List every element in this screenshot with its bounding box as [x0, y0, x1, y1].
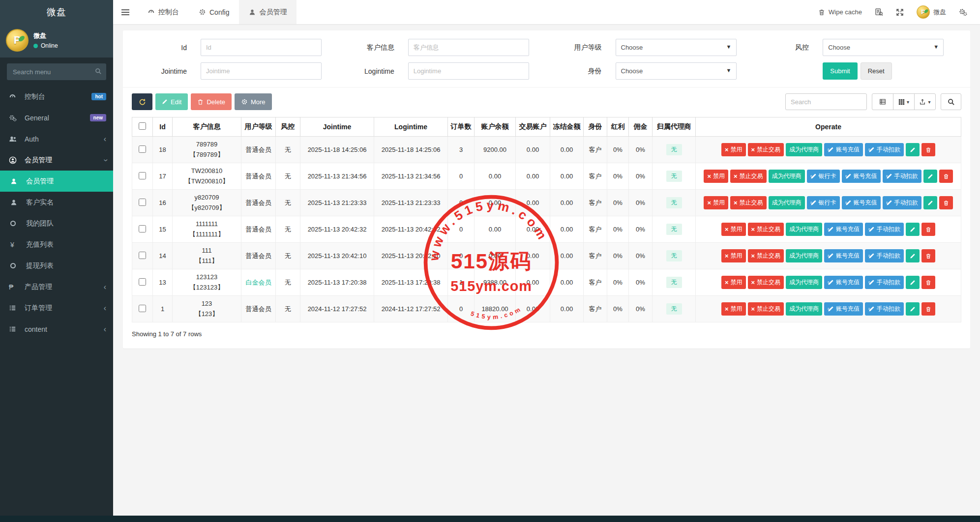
op-deduct-button[interactable]: 手动扣款 [865, 302, 904, 316]
op-edit-button[interactable] [906, 302, 920, 316]
sidebar-item-my-team[interactable]: 我的团队 [0, 213, 113, 234]
op-delete-button[interactable] [939, 196, 953, 209]
reset-button[interactable]: Reset [861, 62, 892, 80]
op-ban-trade-button[interactable]: ×禁止交易 [748, 143, 784, 156]
op-recharge-button[interactable]: 账号充值 [824, 223, 863, 236]
op-recharge-button[interactable]: 账号充值 [824, 249, 863, 262]
sidebar-item-auth[interactable]: Auth‹ [0, 128, 113, 149]
op-delete-button[interactable] [921, 143, 935, 156]
user-menu[interactable]: P 微盘 [917, 5, 946, 19]
edit-button[interactable]: Edit [155, 93, 188, 110]
customer-info-input[interactable] [408, 39, 529, 56]
more-button[interactable]: More [235, 93, 272, 110]
sidebar-item-orders[interactable]: 订单管理‹ [0, 297, 113, 319]
row-checkbox[interactable] [139, 172, 146, 179]
refresh-button[interactable] [132, 93, 152, 110]
op-deduct-button[interactable]: 手动扣款 [883, 196, 921, 209]
op-disable-button[interactable]: ×禁用 [721, 249, 746, 262]
row-checkbox[interactable] [139, 278, 146, 286]
sidebar-search-input[interactable] [7, 63, 106, 80]
op-disable-button[interactable]: ×禁用 [721, 143, 746, 156]
user-level-select[interactable]: Choose [616, 39, 737, 56]
op-deduct-button[interactable]: 手动扣款 [883, 170, 921, 183]
op-recharge-button[interactable]: 账号充值 [842, 196, 881, 209]
op-ban-trade-button[interactable]: ×禁止交易 [748, 276, 784, 289]
select-all-checkbox[interactable] [139, 122, 146, 130]
op-become-agent-button[interactable]: 成为代理商 [769, 196, 805, 209]
pagination-toggle-button[interactable] [872, 93, 893, 110]
sidebar-item-customer-verify[interactable]: 客户实名 [0, 192, 113, 213]
wipe-cache-button[interactable]: Wipe cache [818, 8, 862, 16]
sidebar-item-content[interactable]: content‹ [0, 319, 113, 340]
op-recharge-button[interactable]: 账号充值 [824, 302, 863, 316]
table-search-input[interactable] [785, 93, 867, 110]
row-checkbox[interactable] [139, 199, 146, 206]
op-deduct-button[interactable]: 手动扣款 [865, 249, 904, 262]
op-disable-button[interactable]: ×禁用 [704, 170, 728, 183]
row-checkbox[interactable] [139, 252, 146, 259]
op-ban-trade-button[interactable]: ×禁止交易 [730, 196, 767, 209]
op-recharge-button[interactable]: 账号充值 [842, 170, 881, 183]
sidebar-item-member-list[interactable]: 会员管理 [0, 171, 113, 192]
op-recharge-button[interactable]: 账号充值 [824, 143, 863, 156]
op-edit-button[interactable] [923, 196, 937, 209]
submit-button[interactable]: Submit [823, 62, 857, 80]
row-checkbox[interactable] [139, 305, 146, 312]
delete-button[interactable]: Delete [191, 93, 232, 110]
op-deduct-button[interactable]: 手动扣款 [865, 223, 904, 236]
op-become-agent-button[interactable]: 成为代理商 [786, 249, 822, 262]
tab-config[interactable]: Config [189, 0, 239, 24]
fullscreen-icon[interactable] [896, 8, 904, 16]
op-disable-button[interactable]: ×禁用 [721, 276, 746, 289]
tab-member[interactable]: 会员管理 [239, 0, 297, 24]
op-edit-button[interactable] [906, 276, 920, 289]
columns-toggle-button[interactable]: ▾ [893, 93, 915, 110]
op-disable-button[interactable]: ×禁用 [721, 302, 746, 316]
op-ban-trade-button[interactable]: ×禁止交易 [748, 223, 784, 236]
sidebar-item-general[interactable]: Generalnew [0, 107, 113, 128]
sidebar-item-withdraw-list[interactable]: 提现列表 [0, 255, 113, 276]
sidebar-item-member-group[interactable]: 会员管理‹ [0, 149, 113, 171]
op-deduct-button[interactable]: 手动扣款 [865, 276, 904, 289]
sidebar-item-product[interactable]: ₱产品管理‹ [0, 276, 113, 297]
op-delete-button[interactable] [939, 170, 953, 183]
search-icon[interactable] [95, 68, 102, 77]
row-checkbox[interactable] [139, 225, 146, 232]
op-ban-trade-button[interactable]: ×禁止交易 [748, 249, 784, 262]
op-delete-button[interactable] [921, 302, 935, 316]
op-deduct-button[interactable]: 手动扣款 [865, 143, 904, 156]
op-delete-button[interactable] [921, 223, 935, 236]
search-button[interactable] [941, 93, 961, 110]
op-edit-button[interactable] [923, 170, 937, 183]
op-delete-button[interactable] [921, 276, 935, 289]
op-become-agent-button[interactable]: 成为代理商 [786, 276, 822, 289]
logintime-input[interactable] [408, 62, 529, 80]
sidebar-item-recharge-list[interactable]: ¥充值列表 [0, 234, 113, 255]
tab-dashboard[interactable]: 控制台 [138, 0, 189, 24]
op-edit-button[interactable] [906, 249, 920, 262]
op-delete-button[interactable] [921, 249, 935, 262]
hamburger-menu-icon[interactable] [113, 0, 138, 24]
row-checkbox[interactable] [139, 145, 146, 153]
op-recharge-button[interactable]: 账号充值 [824, 276, 863, 289]
op-edit-button[interactable] [906, 223, 920, 236]
op-become-agent-button[interactable]: 成为代理商 [786, 302, 822, 316]
op-bank-card-button[interactable]: 银行卡 [807, 196, 840, 209]
op-become-agent-button[interactable]: 成为代理商 [786, 143, 822, 156]
op-ban-trade-button[interactable]: ×禁止交易 [748, 302, 784, 316]
op-bank-card-button[interactable]: 银行卡 [807, 170, 840, 183]
sidebar-item-dashboard[interactable]: 控制台hot [0, 86, 113, 107]
op-become-agent-button[interactable]: 成为代理商 [786, 223, 822, 236]
op-disable-button[interactable]: ×禁用 [704, 196, 728, 209]
translate-icon[interactable] [875, 8, 883, 16]
op-become-agent-button[interactable]: 成为代理商 [769, 170, 805, 183]
jointime-input[interactable] [201, 62, 322, 80]
identity-select[interactable]: Choose [616, 62, 737, 80]
id-input[interactable] [201, 39, 322, 56]
export-button[interactable]: ▾ [914, 93, 936, 110]
op-disable-button[interactable]: ×禁用 [721, 223, 746, 236]
op-ban-trade-button[interactable]: ×禁止交易 [730, 170, 767, 183]
risk-select[interactable]: Choose [823, 39, 944, 56]
op-edit-button[interactable] [906, 143, 920, 156]
settings-gears-icon[interactable] [959, 8, 967, 16]
